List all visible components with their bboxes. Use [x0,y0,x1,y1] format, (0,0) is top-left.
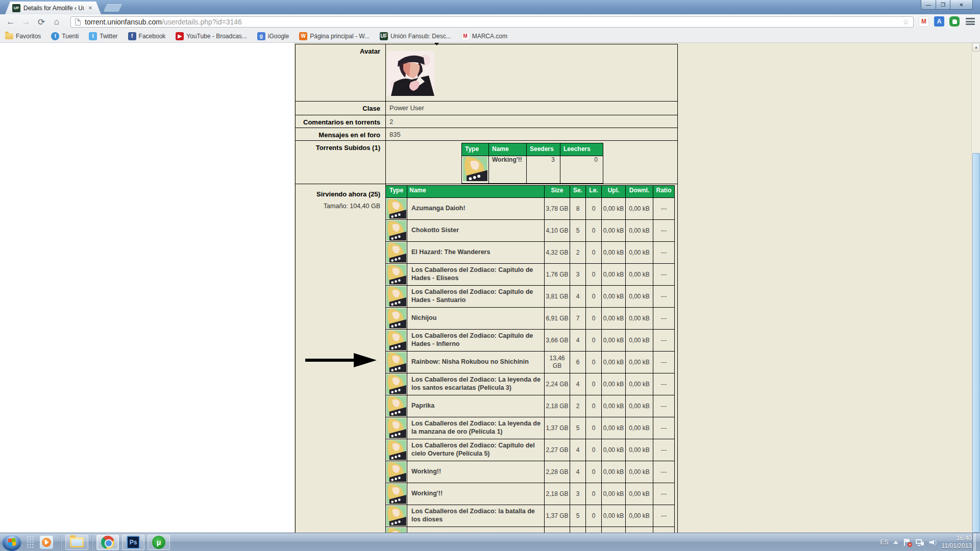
torrent-leechers: 0 [586,264,602,286]
address-bar[interactable]: torrent.unionfansub.com/userdetails.php?… [70,16,914,28]
action-center-flag-icon[interactable]: ✕ [903,539,911,546]
torrent-name[interactable]: Los Caballeros del Zodiaco: Capítulo de … [407,286,545,308]
torrent-downloaded: 0,00 kB [626,242,653,264]
tuenti-icon: t [51,32,59,40]
bookmark-pagina-principal[interactable]: WPágina principal - W... [299,32,370,40]
seeding-header-downl: Downl. [626,186,653,198]
torrent-downloaded [626,527,653,533]
twitter-icon: t [89,32,97,40]
minimize-button[interactable]: — [921,0,936,10]
scrollbar-up-arrow[interactable]: ▲ [972,43,980,52]
extension-area: M A [919,16,976,27]
taskbar-separator [92,535,93,550]
translate-extension-icon[interactable]: A [934,16,944,27]
language-indicator[interactable]: ES [880,539,888,546]
annotation-arrow [305,351,378,369]
torrent-name[interactable]: Los Caballeros del Zodiaco: la batalla d… [407,505,545,527]
torrent-name[interactable]: Paprika [407,395,545,417]
back-button[interactable]: ← [3,16,18,28]
torrent-name[interactable] [407,527,545,533]
bookmark-tuenti[interactable]: tTuenti [51,32,79,40]
torrent-row: Nichijou 6,91 GB 7 0 0,00 kB 0,00 kB --- [386,308,675,330]
page-scrollbar[interactable]: ▲ [971,43,980,533]
maximize-button[interactable]: ❐ [936,0,950,10]
torrent-row: Los Caballeros del Zodiaco: Capítulo de … [386,286,675,308]
bookmark-twitter[interactable]: tTwitter [89,32,117,40]
desktop-screen: UF Details for Amolife ‹ Unió ✕ — ❐ ✕ ← … [0,0,980,551]
uploaded-torrent-name[interactable]: Working'!! [489,156,527,184]
torrent-ratio: --- [653,308,675,330]
torrent-leechers: 0 [586,220,602,242]
gmail-extension-icon[interactable]: M [919,16,929,27]
torrent-category-icon [386,396,406,416]
torrent-seeders: 7 [570,308,586,330]
torrent-type-cell [386,264,407,286]
torrent-name[interactable]: Los Caballeros del Zodiaco: Capítulo del… [407,439,545,461]
home-button[interactable]: ⌂ [49,16,64,28]
hidden-icons-arrow[interactable] [893,541,898,544]
torrent-size: 4,10 GB [545,220,570,242]
taskbar-clock[interactable]: 16:40 11/01/2013 [942,535,972,550]
torrent-row: El Hazard: The Wanderers 4,32 GB 2 0 0,0… [386,242,675,264]
bookmark-union-fansub[interactable]: UFUnión Fansub: Desc... [380,32,451,40]
scrollbar-thumb[interactable] [972,153,980,533]
torrent-name[interactable]: Nichijou [407,308,545,330]
bookmark-youtube[interactable]: ▶YouTube - Broadcas... [176,32,247,40]
torrent-name[interactable]: El Hazard: The Wanderers [407,242,545,264]
torrent-row: Chokotto Sister 4,10 GB 5 0 0,00 kB 0,00… [386,220,675,242]
volume-icon[interactable]: ) [929,540,936,545]
user-details-table: Avatar [295,44,678,533]
torrent-name[interactable]: Los Caballeros del Zodiaco: Capítulo de … [407,330,545,352]
torrent-category-icon [386,308,406,329]
forum-posts-value: 835 [386,128,678,141]
network-icon[interactable] [916,539,924,546]
torrent-type-cell [386,505,407,527]
torrent-row: Los Caballeros del Zodiaco: Capítulo del… [386,439,675,461]
torrent-name[interactable]: Chokotto Sister [407,220,545,242]
bookmark-favoritos[interactable]: Favoritos [5,33,41,40]
torrent-type-cell [386,527,407,533]
torrent-downloaded: 0,00 kB [626,505,653,527]
torrent-name[interactable]: Rainbow: Nisha Rokubou no Shichinin [407,352,545,373]
reload-button[interactable]: ⟳ [34,16,49,28]
torrent-type-cell [386,461,407,483]
taskbar-media-player-button[interactable] [36,535,57,550]
forward-button[interactable]: → [18,16,34,28]
bookmark-marca[interactable]: MMARCA.com [461,32,507,40]
bookmark-facebook[interactable]: fFacebook [128,32,166,40]
start-button[interactable] [2,534,21,551]
torrent-size: 13,46 GB [545,352,570,373]
torrent-name[interactable]: Working'!! [407,483,545,505]
torrent-ratio [653,527,675,533]
torrent-name[interactable]: Los Caballeros del Zodiaco: Capítulo de … [407,264,545,286]
taskbar-explorer-button[interactable] [65,535,88,550]
seeding-header-name: Name [407,186,545,198]
new-tab-button[interactable] [104,4,122,12]
torrent-size [545,527,570,533]
torrent-downloaded: 0,00 kB [626,461,653,483]
bookmark-star-icon[interactable]: ☆ [902,18,909,26]
torrent-size: 1,37 GB [545,417,570,439]
torrent-seeders: 6 [570,352,586,373]
window-controls: — ❐ ✕ [921,0,973,10]
adblock-extension-icon[interactable] [949,16,960,27]
chrome-menu-icon[interactable] [965,17,976,26]
torrent-name[interactable]: Working!! [407,461,545,483]
torrent-name[interactable]: Azumanga Daioh! [407,198,545,220]
torrent-name[interactable]: Los Caballeros del Zodiaco: La leyenda d… [407,373,545,395]
taskbar-chrome-button[interactable] [96,535,119,550]
taskbar-utorrent-button[interactable]: µ [148,535,170,550]
bookmark-igoogle[interactable]: giGoogle [257,32,289,40]
browser-tab[interactable]: UF Details for Amolife ‹ Unió ✕ [5,2,101,14]
torrent-downloaded: 0,00 kB [626,417,653,439]
torrent-leechers: 0 [586,286,602,308]
torrent-type-cell [386,439,407,461]
close-button[interactable]: ✕ [950,0,973,10]
taskbar-photoshop-button[interactable]: Ps [122,535,144,550]
show-desktop-button[interactable] [972,533,976,551]
torrent-leechers: 0 [586,395,602,417]
torrent-row: Azumanga Daioh! 3,78 GB 8 0 0,00 kB 0,00… [386,198,675,220]
torrent-name[interactable]: Los Caballeros del Zodiaco: La leyenda d… [407,417,545,439]
tab-close-icon[interactable]: ✕ [87,5,94,12]
url-domain: torrent.unionfansub.com [85,18,162,26]
